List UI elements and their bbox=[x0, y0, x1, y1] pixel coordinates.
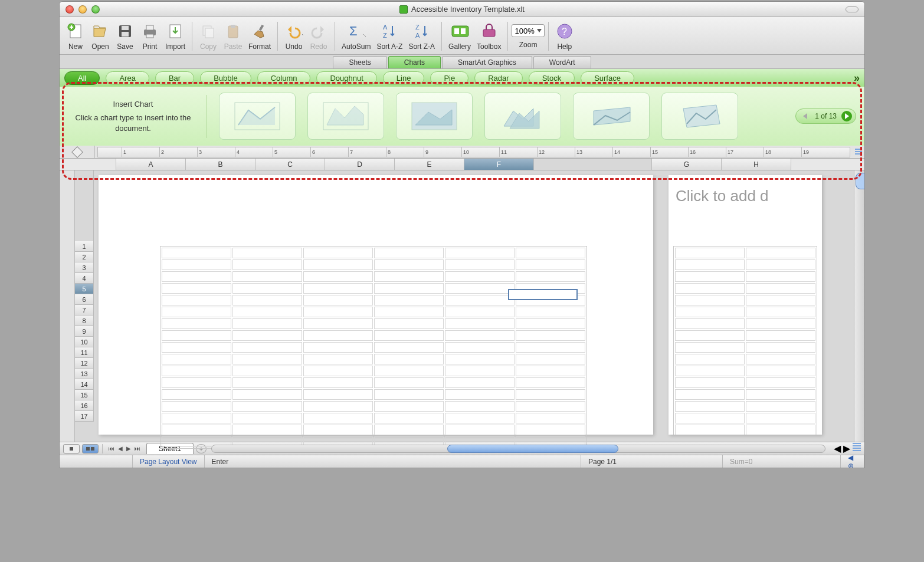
undo-button[interactable]: Undo bbox=[281, 21, 306, 52]
cell[interactable] bbox=[445, 248, 515, 258]
paste-button[interactable]: Paste bbox=[221, 21, 245, 52]
row-header-12[interactable]: 12 bbox=[75, 358, 94, 369]
cell[interactable] bbox=[374, 307, 444, 317]
cell[interactable] bbox=[374, 283, 444, 294]
chart-thumb-6[interactable] bbox=[661, 93, 738, 140]
cell[interactable] bbox=[162, 271, 231, 282]
view-normal-button[interactable] bbox=[63, 444, 80, 453]
cell[interactable] bbox=[516, 413, 585, 423]
cell[interactable] bbox=[445, 318, 515, 329]
cell[interactable] bbox=[746, 271, 815, 282]
cell[interactable] bbox=[232, 425, 302, 435]
row-header-1[interactable]: 1 bbox=[75, 241, 94, 252]
row-header-11[interactable]: 11 bbox=[75, 347, 94, 358]
hscroll-left[interactable]: ◀ bbox=[834, 443, 841, 454]
active-cell[interactable] bbox=[508, 289, 578, 300]
cell[interactable] bbox=[675, 425, 745, 435]
cell[interactable] bbox=[303, 413, 373, 423]
cell[interactable] bbox=[746, 318, 815, 329]
cell[interactable] bbox=[746, 283, 815, 294]
cell[interactable] bbox=[746, 377, 815, 388]
chart-cat-radar[interactable]: Radar bbox=[474, 71, 522, 85]
cell[interactable] bbox=[445, 342, 515, 353]
cell[interactable] bbox=[516, 342, 585, 353]
row-header-5[interactable]: 5 bbox=[75, 284, 94, 294]
cell[interactable] bbox=[162, 366, 231, 376]
cell[interactable] bbox=[445, 307, 515, 317]
titlebar-toggle-button[interactable] bbox=[846, 6, 859, 12]
cell[interactable] bbox=[303, 318, 373, 329]
cell[interactable] bbox=[675, 248, 745, 258]
cell[interactable] bbox=[445, 354, 515, 364]
cell[interactable] bbox=[162, 354, 231, 364]
cell[interactable] bbox=[374, 248, 444, 258]
new-button[interactable]: New bbox=[63, 21, 88, 52]
page-2[interactable]: Click to add d bbox=[669, 175, 822, 435]
cell[interactable] bbox=[675, 377, 745, 388]
cell[interactable] bbox=[232, 248, 302, 258]
cell[interactable] bbox=[232, 283, 302, 294]
cell[interactable] bbox=[445, 377, 515, 388]
cell[interactable] bbox=[162, 425, 231, 435]
cell[interactable] bbox=[746, 342, 815, 353]
cell[interactable] bbox=[516, 401, 585, 412]
sheet-nav-prev[interactable]: ◀ bbox=[118, 445, 123, 452]
chart-cat-doughnut[interactable]: Doughnut bbox=[316, 71, 376, 85]
cell[interactable] bbox=[516, 389, 585, 400]
horizontal-ruler[interactable]: 12345678910111213141516171819 bbox=[97, 147, 850, 157]
cell[interactable] bbox=[303, 389, 373, 400]
cell[interactable] bbox=[232, 318, 302, 329]
sheet-nav-next[interactable]: ▶ bbox=[126, 445, 131, 452]
chart-cat-bar[interactable]: Bar bbox=[155, 71, 194, 85]
row-header-17[interactable]: 17 bbox=[75, 411, 94, 422]
row-header-6[interactable]: 6 bbox=[75, 294, 94, 305]
page-1[interactable] bbox=[99, 175, 653, 435]
help-button[interactable]: ? Help bbox=[552, 21, 577, 52]
cell[interactable] bbox=[675, 366, 745, 376]
cell[interactable] bbox=[232, 401, 302, 412]
cell[interactable] bbox=[303, 295, 373, 305]
col-header-C[interactable]: C bbox=[255, 159, 325, 170]
cell[interactable] bbox=[162, 342, 231, 353]
print-button[interactable]: Print bbox=[137, 21, 162, 52]
chart-cat-all[interactable]: All bbox=[64, 71, 100, 85]
cell[interactable] bbox=[374, 330, 444, 341]
cell[interactable] bbox=[374, 271, 444, 282]
open-button[interactable]: Open bbox=[88, 21, 113, 52]
ruler-corner[interactable] bbox=[60, 146, 95, 158]
cell-grid[interactable] bbox=[160, 246, 587, 449]
cell[interactable] bbox=[516, 307, 585, 317]
cell[interactable] bbox=[746, 401, 815, 412]
tab-charts[interactable]: Charts bbox=[388, 56, 441, 68]
cell[interactable] bbox=[675, 354, 745, 364]
gallery-button[interactable]: Gallery bbox=[445, 21, 474, 52]
tab-smartart[interactable]: SmartArt Graphics bbox=[442, 56, 532, 68]
vertical-scrollbar[interactable] bbox=[854, 170, 864, 442]
chart-cat-pie[interactable]: Pie bbox=[430, 71, 468, 85]
row-header-14[interactable]: 14 bbox=[75, 379, 94, 390]
cell[interactable] bbox=[516, 248, 585, 258]
chart-thumb-2[interactable] bbox=[307, 93, 384, 140]
ruler-collapse[interactable] bbox=[853, 149, 864, 156]
cell[interactable] bbox=[516, 330, 585, 341]
cell[interactable] bbox=[445, 271, 515, 282]
chart-cat-stock[interactable]: Stock bbox=[529, 71, 575, 85]
cell[interactable] bbox=[232, 342, 302, 353]
cell[interactable] bbox=[516, 259, 585, 270]
cell[interactable] bbox=[675, 401, 745, 412]
cell[interactable] bbox=[675, 259, 745, 270]
toolbox-button[interactable]: Toolbox bbox=[474, 21, 504, 52]
row-header-8[interactable]: 8 bbox=[75, 315, 94, 326]
chart-cat-bubble[interactable]: Bubble bbox=[200, 71, 251, 85]
cell[interactable] bbox=[162, 295, 231, 305]
cell[interactable] bbox=[162, 318, 231, 329]
cell[interactable] bbox=[445, 295, 515, 305]
split-handle[interactable] bbox=[853, 443, 861, 451]
cell[interactable] bbox=[746, 354, 815, 364]
col-header-D[interactable]: D bbox=[325, 159, 395, 170]
cell[interactable] bbox=[162, 330, 231, 341]
cell[interactable] bbox=[746, 425, 815, 435]
cell[interactable] bbox=[303, 259, 373, 270]
cell[interactable] bbox=[746, 295, 815, 305]
cell[interactable] bbox=[162, 259, 231, 270]
